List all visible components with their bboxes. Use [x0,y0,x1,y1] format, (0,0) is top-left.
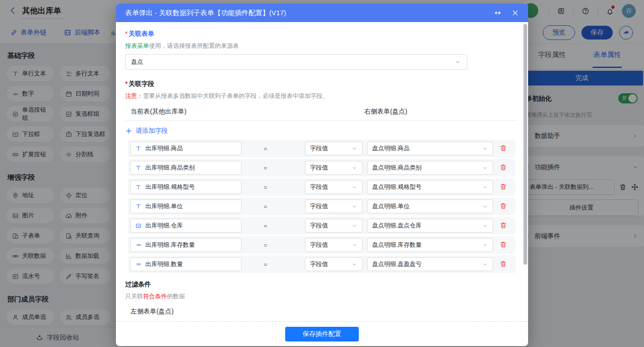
left-field-input[interactable]: 123出库明细.库存数量 [130,238,242,252]
delete-row-icon[interactable] [500,241,507,248]
related-form-desc: 报表菜单使用，请选择报表所配置的来源表 [125,42,517,50]
number-icon: 123 [135,242,142,248]
chevron-down-icon [351,223,357,229]
left-field-input[interactable]: 123出库明细.数量 [130,257,242,271]
filter-left-form-label: 左侧表单(盘点) [131,307,517,316]
modal-body: *关联表单 报表菜单使用，请选择报表所配置的来源表 盘点 *关联字段 注意：需要… [116,22,528,321]
chevron-down-icon [482,165,488,171]
right-field-select[interactable]: 盘点明细.规格型号 [367,180,493,194]
chevron-down-icon [482,146,488,152]
text-icon [135,184,142,190]
value-type-select[interactable]: 字段值 [305,257,362,271]
mapping-rows: 出库明细.商品=字段值盘点明细.商品出库明细.商品类别=字段值盘点明细.商品类别… [128,140,515,273]
text-icon [135,145,142,152]
chevron-down-icon [482,242,488,248]
left-field-input[interactable]: 出库明细.商品 [130,142,242,155]
svg-text:123: 123 [136,244,141,246]
left-field-value: 出库明细.仓库 [145,222,183,230]
chevron-down-icon [482,223,488,229]
delete-row-icon[interactable] [500,222,507,229]
right-field-select[interactable]: 盘点明细.库存数量 [367,238,493,252]
delete-row-icon[interactable] [500,260,507,267]
select-value: 盘点明细.单位 [372,202,482,210]
value-type-select[interactable]: 字段值 [305,199,362,213]
chevron-down-icon [351,204,357,210]
number-icon: 123 [135,261,142,267]
modal-title: 表单弹出 - 关联数据到子表单【功能插件配置】(V17) [125,9,484,17]
left-column-header: 当前表(其他出库单) [131,108,364,116]
right-field-select[interactable]: 盘点明细.盘盈盘亏 [367,257,493,271]
right-field-select[interactable]: 盘点明细.单位 [367,199,493,213]
select-value: 盘点明细.规格型号 [372,183,482,191]
chevron-down-icon [482,184,488,190]
required-mark: * [125,80,127,87]
equals-operator: = [259,178,272,196]
modal-scrollbar[interactable] [523,24,527,265]
related-form-label: *关联表单 [125,29,517,38]
left-field-value: 出库明细.库存数量 [145,241,195,249]
delete-row-icon[interactable] [500,183,507,190]
save-plugin-config-button[interactable]: 保存插件配置 [285,327,359,341]
chevron-down-icon [351,262,357,267]
text-icon [135,165,142,171]
delete-row-icon[interactable] [500,202,507,210]
left-field-input[interactable]: 出库明细.单位 [130,199,242,213]
related-fields-label: *关联字段 [125,80,517,88]
left-field-input[interactable]: 出库明细.仓库 [130,219,242,233]
select-value: 字段值 [310,164,351,172]
right-field-select[interactable]: 盘点明细.商品类别 [367,161,493,175]
expand-icon[interactable] [494,9,501,17]
mapping-row: 123出库明细.数量=字段值盘点明细.盘盈盘亏 [128,256,515,273]
equals-operator: = [259,140,272,157]
mapping-row: 出库明细.规格型号=字段值盘点明细.规格型号 [128,178,515,196]
select-value: 字段值 [310,260,351,268]
add-field-label: 请添加字段 [136,127,168,135]
filter-desc: 只关联符合条件的数据 [125,292,517,301]
select-value: 盘点 [131,58,454,66]
close-icon[interactable] [512,9,519,17]
right-field-select[interactable]: 盘点明细.盘点仓库 [367,219,493,233]
mapping-row: 123出库明细.库存数量=字段值盘点明细.库存数量 [128,236,515,254]
delete-row-icon[interactable] [500,164,507,171]
value-type-select[interactable]: 字段值 [305,142,362,155]
value-type-select[interactable]: 字段值 [305,219,362,233]
right-field-select[interactable]: 盘点明细.商品 [367,142,493,155]
left-field-input[interactable]: 出库明细.商品类别 [130,161,242,175]
select-value: 字段值 [310,222,351,230]
select-value: 字段值 [310,241,351,249]
delete-row-icon[interactable] [500,144,507,152]
mapping-row: 出库明细.单位=字段值盘点明细.单位 [128,198,515,215]
select-value: 字段值 [310,183,351,191]
select-value: 盘点明细.盘点仓库 [372,222,482,230]
svg-text:123: 123 [136,263,141,266]
select-value: 盘点明细.盘盈盘亏 [372,260,482,268]
left-field-input[interactable]: 出库明细.规格型号 [130,180,242,194]
equals-operator: = [259,217,272,234]
chevron-down-icon [482,204,488,210]
chevron-down-icon [482,262,488,267]
equals-operator: = [259,159,272,176]
equals-operator: = [259,256,272,273]
equals-operator: = [259,236,272,254]
text-icon [135,203,142,210]
chevron-down-icon [454,58,461,66]
right-column-header: 右侧表单(盘点) [364,108,407,116]
filter-title: 过滤条件 [125,280,517,289]
divider [125,120,517,121]
related-fields-note: 注意：需要从报表多选数据中关联到子表单的字段，必须是报表中添加字段。 [125,92,517,100]
left-field-value: 出库明细.规格型号 [145,183,195,191]
value-type-select[interactable]: 字段值 [305,238,362,252]
add-field-button[interactable]: 请添加字段 [125,127,185,135]
left-field-value: 出库明细.单位 [145,202,183,210]
chevron-down-icon [351,165,357,171]
source-form-select[interactable]: 盘点 [125,54,467,70]
value-type-select[interactable]: 字段值 [305,161,362,175]
modal-footer: 保存插件配置 [116,321,528,346]
modal-header: 表单弹出 - 关联数据到子表单【功能插件配置】(V17) [116,4,528,22]
chevron-down-icon [351,184,357,190]
select-icon [135,222,142,229]
left-field-value: 出库明细.商品类别 [145,164,195,172]
equals-operator: = [259,198,272,215]
value-type-select[interactable]: 字段值 [305,180,362,194]
plugin-config-modal: 表单弹出 - 关联数据到子表单【功能插件配置】(V17) *关联表单 报表菜单使… [116,4,528,346]
